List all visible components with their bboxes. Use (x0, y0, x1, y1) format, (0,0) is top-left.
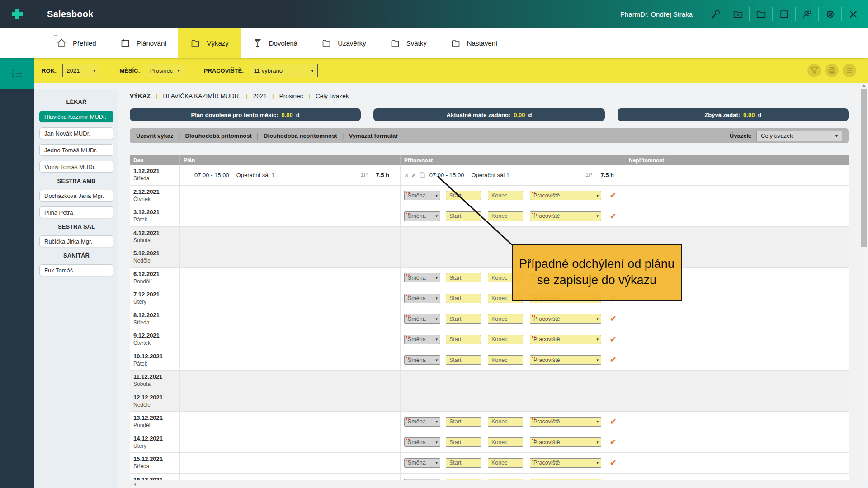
year-select[interactable]: 2021▾ (62, 64, 99, 77)
start-input[interactable] (446, 273, 481, 282)
contract-select[interactable]: Celý úvazek ▾ (756, 131, 842, 141)
shift-select[interactable]: Směna▾ (404, 437, 440, 447)
end-input[interactable] (488, 211, 523, 221)
sidebar-item-staff[interactable]: Volný Tomáš MUDr. (39, 161, 113, 173)
sidebar-item-staff[interactable]: Docházková Jana Mgr. (39, 190, 113, 202)
checklist-rail[interactable] (0, 58, 34, 89)
start-input[interactable] (446, 335, 481, 344)
window-icon[interactable] (773, 0, 795, 28)
sidebar-item-staff[interactable]: Fuk Tomáš (39, 264, 113, 276)
action-link[interactable]: Uzavřít výkaz (136, 132, 173, 139)
workplace-select[interactable]: Pracoviště▾ (530, 191, 601, 200)
edit-pencil-icon[interactable] (411, 172, 417, 178)
end-input[interactable] (488, 335, 523, 344)
action-link[interactable]: Dlouhodobá přítomnost (185, 132, 252, 139)
tab-nastavení[interactable]: Nastavení (439, 28, 509, 58)
tab-uzávěrky[interactable]: Uzávěrky (309, 28, 378, 58)
user-search-icon[interactable] (796, 0, 818, 28)
scroll-left-icon[interactable] (134, 483, 136, 486)
document-icon[interactable] (419, 172, 425, 178)
workplace-select[interactable]: 11 vybráno▾ (250, 64, 318, 77)
row-date: 1.12.2021 (133, 168, 179, 174)
filter-button[interactable] (807, 64, 821, 77)
gear-icon[interactable] (819, 0, 841, 28)
scroll-up-icon[interactable] (862, 84, 866, 87)
tab-svátky[interactable]: Svátky (378, 28, 439, 58)
sidebar-item-staff[interactable]: Hlavička Kazimír MUDr. (39, 111, 113, 122)
folder-icon (450, 38, 461, 48)
tab-přehled[interactable]: Přehled (44, 28, 108, 58)
sidebar-item-staff[interactable]: Pilná Petra (39, 206, 113, 218)
shift-select[interactable]: Směna▾ (404, 417, 440, 427)
shift-select[interactable]: Směna▾ (404, 294, 440, 303)
vertical-scrollbar-thumb[interactable] (861, 89, 867, 247)
shift-select[interactable]: Směna▾ (404, 458, 440, 468)
shift-select[interactable]: Směna▾ (404, 335, 440, 344)
shift-select[interactable]: Směna▾ (404, 314, 440, 324)
start-input[interactable] (446, 211, 481, 221)
start-input[interactable] (446, 355, 481, 365)
start-input[interactable] (446, 314, 481, 324)
workplace-select[interactable]: Pracoviště▾ (530, 437, 601, 447)
workplace-select[interactable]: Pracoviště▾ (530, 314, 601, 324)
summary-bars: Plán dovolené pro tento měsíc:0.00dAktuá… (130, 108, 849, 121)
tab-plánování[interactable]: Plánování (108, 28, 179, 58)
row-day: Čtvrtek (133, 196, 179, 202)
horizontal-scrollbar[interactable] (118, 480, 860, 488)
end-input[interactable] (488, 417, 523, 427)
sidebar-item-staff[interactable]: Jan Novák MUDr. (39, 127, 113, 139)
tab-dovolená[interactable]: Dovolená (241, 28, 309, 58)
breadcrumb-item: 2021 (253, 93, 267, 99)
sidebar-item-staff[interactable]: Jedno Tomáš MUDr. (39, 144, 113, 156)
confirm-check-icon[interactable]: ✔ (610, 211, 616, 221)
workplace-select[interactable]: Pracoviště▾ (530, 211, 601, 221)
workplace-select[interactable]: Pracoviště▾ (530, 355, 601, 365)
start-input[interactable] (446, 417, 481, 427)
print-button[interactable] (825, 64, 839, 77)
start-input[interactable] (446, 191, 481, 200)
sidebar-group-title: SESTRA AMB (34, 178, 118, 184)
confirm-check-icon[interactable]: ✔ (610, 355, 616, 365)
shift-select[interactable]: Směna▾ (404, 355, 440, 365)
end-input[interactable] (488, 314, 523, 324)
month-select[interactable]: Prosinec▾ (146, 64, 184, 77)
end-input[interactable] (488, 437, 523, 447)
confirm-check-icon[interactable]: ✔ (610, 458, 616, 468)
start-input[interactable] (446, 437, 481, 447)
delete-icon[interactable]: × (405, 172, 409, 178)
folder-icon[interactable] (750, 0, 772, 28)
end-input[interactable] (488, 458, 523, 468)
vertical-scrollbar[interactable] (860, 83, 868, 480)
table-row: 8.12.2021 Středa Směna▾ Pracoviště▾ ✔ (130, 309, 849, 330)
shift-select[interactable]: Směna▾ (404, 211, 440, 221)
confirm-check-icon[interactable]: ✔ (610, 314, 616, 324)
start-input[interactable] (446, 458, 481, 468)
sidebar-item-staff[interactable]: Ručička Jirka Mgr. (39, 235, 113, 247)
shift-select[interactable]: Směna▾ (404, 191, 440, 200)
folder-n-icon[interactable]: N (726, 0, 749, 28)
shift-select[interactable]: Směna▾ (404, 273, 440, 282)
row-date: 8.12.2021 (133, 312, 179, 319)
menu-button[interactable] (843, 64, 856, 77)
workplace-select[interactable]: Pracoviště▾ (530, 417, 601, 427)
workplace-select[interactable]: Pracoviště▾ (530, 335, 601, 344)
confirm-check-icon[interactable]: ✔ (610, 191, 616, 200)
shift-entry: 07:00 - 15:00 Operační sál 1 1P 7.5 h (425, 172, 625, 178)
confirm-check-icon[interactable]: ✔ (610, 335, 616, 344)
presence-cell (401, 371, 625, 391)
chevron-down-icon: ▾ (93, 68, 95, 73)
confirm-check-icon[interactable]: ✔ (610, 437, 616, 447)
close-icon[interactable] (842, 0, 864, 28)
action-link[interactable]: Dlouhodobá nepřítomnost (264, 132, 337, 139)
end-input[interactable] (488, 355, 523, 365)
workplace-select[interactable]: Pracoviště▾ (530, 458, 601, 468)
tab-výkazy[interactable]: Výkazy (178, 28, 240, 58)
start-input[interactable] (446, 294, 481, 303)
confirm-check-icon[interactable]: ✔ (610, 417, 616, 427)
key-icon[interactable] (703, 0, 726, 28)
breadcrumb-item: Prosinec (279, 93, 303, 99)
absence-cell (625, 391, 849, 412)
plan-cell (180, 350, 401, 371)
end-input[interactable] (488, 191, 523, 200)
action-link[interactable]: Vymazat formulář (349, 132, 398, 139)
